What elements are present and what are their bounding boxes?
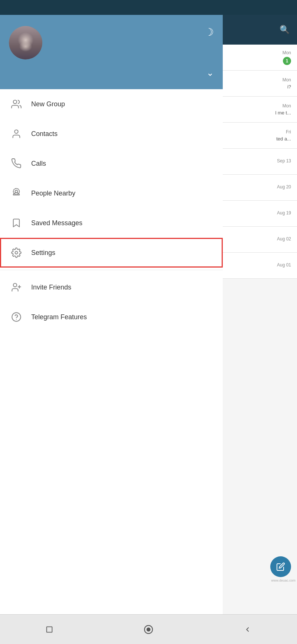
avatar[interactable] (9, 26, 42, 59)
chevron-down-icon[interactable]: ⌄ (206, 68, 214, 78)
drawer-header-bottom: ⌄ (9, 68, 214, 82)
chat-date: Aug 01 (277, 262, 291, 268)
list-item[interactable]: Fri ted a... (219, 123, 297, 149)
watermark: www.deuac.com (271, 579, 296, 582)
chat-date: Mon (283, 103, 291, 109)
menu-list: New Group Contacts Ca (0, 89, 223, 614)
app-container: 🔍 Mon 1 Mon i? Mon l me t... Fri ted a..… (0, 15, 297, 614)
navigation-drawer: ☽ ⌄ New Group (0, 15, 223, 614)
group-icon (9, 97, 24, 111)
menu-label-saved-messages: Saved Messages (31, 219, 82, 227)
menu-divider (0, 270, 223, 270)
svg-point-8 (12, 313, 20, 321)
square-icon (45, 625, 53, 634)
invite-icon (9, 280, 24, 295)
menu-label-calls: Calls (31, 160, 46, 168)
compose-fab-button[interactable] (270, 556, 291, 577)
drawer-header: ☽ ⌄ (0, 15, 223, 89)
menu-item-new-group[interactable]: New Group (0, 89, 223, 119)
menu-item-invite-friends[interactable]: Invite Friends (0, 272, 223, 302)
svg-point-12 (147, 628, 150, 631)
pencil-icon (276, 562, 285, 571)
chat-date: Mon (283, 77, 291, 82)
list-item[interactable]: Aug 20 (219, 175, 297, 201)
menu-item-people-nearby[interactable]: People Nearby (0, 178, 223, 208)
person-icon (9, 126, 24, 141)
chat-list-panel: 🔍 Mon 1 Mon i? Mon l me t... Fri ted a..… (219, 15, 297, 614)
menu-item-saved-messages[interactable]: Saved Messages (0, 208, 223, 238)
search-icon[interactable]: 🔍 (280, 25, 290, 35)
back-button[interactable] (42, 622, 57, 637)
svg-point-0 (13, 100, 17, 104)
phone-icon (9, 156, 24, 171)
svg-point-3 (13, 188, 19, 194)
list-item[interactable]: Mon l me t... (219, 97, 297, 123)
chat-date: Sep 13 (277, 158, 291, 164)
chat-list-header: 🔍 (219, 15, 297, 45)
chat-date: Aug 20 (277, 184, 291, 190)
list-item[interactable]: Mon 1 (219, 45, 297, 71)
gear-icon (9, 245, 24, 260)
list-item[interactable]: Aug 02 (219, 227, 297, 253)
list-item[interactable]: Aug 19 (219, 201, 297, 227)
chat-list-items: Mon 1 Mon i? Mon l me t... Fri ted a... … (219, 45, 297, 279)
menu-label-people-nearby: People Nearby (31, 190, 75, 197)
chat-date: Aug 02 (277, 236, 291, 242)
back-icon (244, 625, 252, 634)
chat-preview: ted a... (276, 136, 291, 142)
question-icon (9, 310, 24, 324)
avatar-image (9, 26, 42, 59)
svg-point-4 (15, 252, 18, 254)
drawer-header-top: ☽ (9, 26, 214, 59)
svg-point-5 (13, 284, 17, 287)
list-item[interactable]: Mon i? (219, 71, 297, 97)
menu-label-new-group: New Group (31, 100, 65, 108)
menu-item-calls[interactable]: Calls (0, 149, 223, 178)
status-bar (0, 0, 297, 15)
menu-item-settings[interactable]: Settings (0, 238, 223, 268)
chat-preview: l me t... (275, 110, 291, 116)
menu-label-contacts: Contacts (31, 130, 58, 138)
people-nearby-icon (9, 186, 24, 201)
list-item[interactable]: Aug 01 (219, 253, 297, 279)
svg-point-1 (14, 130, 18, 133)
svg-point-2 (15, 190, 18, 193)
chat-date: Aug 19 (277, 210, 291, 216)
menu-item-contacts[interactable]: Contacts (0, 119, 223, 149)
menu-label-telegram-features: Telegram Features (31, 313, 87, 321)
list-item[interactable]: Sep 13 (219, 149, 297, 175)
bottom-nav (0, 614, 297, 644)
circle-icon (144, 625, 153, 634)
unread-badge: 1 (283, 57, 291, 65)
chat-preview: i? (287, 84, 291, 90)
chat-date: Mon (283, 50, 291, 55)
menu-label-settings: Settings (31, 249, 55, 257)
chat-date: Fri (286, 129, 291, 135)
svg-rect-10 (47, 627, 52, 632)
recent-apps-button[interactable] (240, 622, 255, 637)
home-button[interactable] (141, 622, 156, 637)
menu-item-telegram-features[interactable]: Telegram Features (0, 302, 223, 332)
bookmark-icon (9, 216, 24, 230)
menu-label-invite-friends: Invite Friends (31, 284, 71, 291)
night-mode-icon[interactable]: ☽ (205, 26, 214, 38)
